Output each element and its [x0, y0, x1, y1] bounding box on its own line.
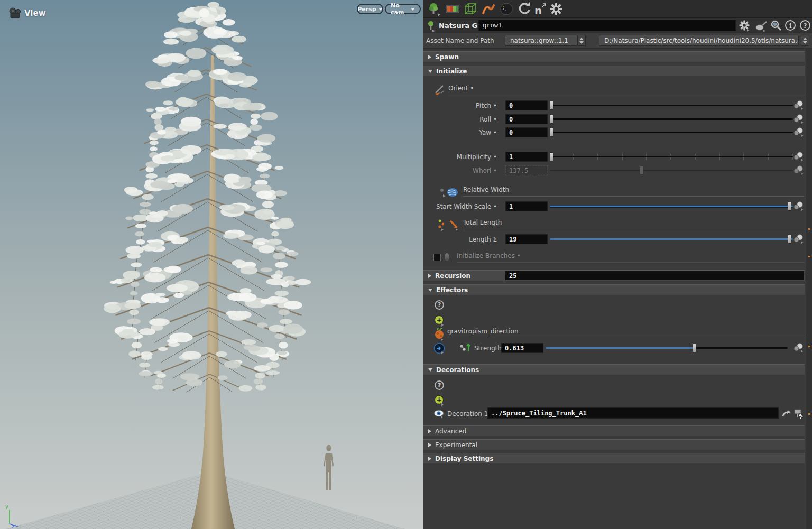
section-advanced[interactable]: Advanced [423, 425, 805, 436]
length-sigma-input[interactable]: 19 [505, 234, 548, 244]
strength-input[interactable]: 0.613 [501, 343, 543, 353]
roll-input[interactable]: 0 [505, 114, 548, 124]
param-pitch: Pitch • 0 [423, 100, 805, 111]
pitch-slider[interactable] [550, 105, 793, 106]
cube-icon[interactable] [463, 2, 478, 16]
initialize-branches-checkbox[interactable] [433, 254, 441, 261]
gear-icon[interactable] [549, 2, 564, 16]
effector-header[interactable]: gravitropism_direction [447, 328, 804, 338]
camera-icon[interactable] [8, 7, 22, 19]
ladder-icon[interactable] [793, 126, 805, 138]
search-icon[interactable] [770, 20, 782, 32]
viewport-title: View [24, 8, 46, 18]
slider-handle[interactable] [550, 101, 553, 110]
gravitropism-icon [433, 328, 446, 341]
ladder-icon[interactable] [793, 99, 805, 111]
scoop-icon[interactable] [755, 20, 768, 32]
ramp-icon[interactable] [445, 2, 460, 16]
gear-menu-icon[interactable] [738, 20, 751, 32]
node-type-icon[interactable] [426, 20, 438, 33]
section-recursion[interactable]: Recursion 25 [423, 270, 805, 281]
camera-select-button[interactable]: No cam [385, 4, 421, 14]
roll-slider[interactable] [550, 118, 793, 120]
total-length-header[interactable]: Total Length [463, 219, 804, 229]
spin-up-icon [579, 38, 584, 40]
slider-handle[interactable] [788, 235, 791, 244]
help-icon[interactable]: ? [799, 20, 812, 32]
length-sigma-label: Length Σ [423, 236, 497, 243]
orient-header[interactable]: Orient • [448, 85, 804, 95]
recook-icon[interactable] [517, 2, 532, 16]
section-advanced-label: Advanced [435, 428, 466, 435]
decorations-help-icon[interactable]: ? [435, 380, 444, 390]
node-name-input[interactable]: grow1 [478, 20, 736, 31]
direction-icon[interactable] [433, 342, 447, 355]
section-experimental[interactable]: Experimental [423, 439, 805, 450]
yaw-input[interactable]: 0 [505, 127, 548, 137]
slider-handle[interactable] [550, 152, 553, 161]
ladder-icon[interactable] [793, 151, 805, 162]
multiplicity-input[interactable]: 1 [505, 152, 548, 162]
persp-view-button[interactable]: Persp [357, 4, 383, 14]
asset-definition-spinner[interactable] [577, 35, 586, 46]
visibility-eye-icon[interactable] [433, 409, 447, 420]
length-sigma-slider[interactable] [550, 238, 793, 240]
svg-text:n: n [534, 4, 542, 16]
viewport-scene: y z [0, 0, 423, 529]
param-start-width-scale: Start Width Scale • 1 [423, 201, 805, 212]
section-spawn[interactable]: Spawn [423, 51, 805, 62]
multiplicity-slider[interactable] [550, 156, 793, 157]
ladder-icon[interactable] [793, 342, 805, 354]
collapsed-arrow-icon [428, 274, 431, 278]
section-initialize[interactable]: Initialize [423, 66, 805, 76]
slider-handle[interactable] [788, 202, 791, 211]
ladder-icon[interactable] [793, 233, 805, 245]
ladder-icon[interactable] [793, 113, 805, 125]
axis-z-label: z [12, 524, 14, 529]
pitch-input[interactable]: 0 [505, 100, 548, 110]
section-recursion-label: Recursion [435, 272, 470, 280]
viewport[interactable]: y z View Persp No cam [0, 0, 423, 529]
node-picker-icon[interactable] [793, 408, 805, 420]
section-effectors[interactable]: Effectors [423, 284, 805, 295]
asset-definition-dropdown[interactable]: natsura::grow::1.1 [505, 35, 577, 46]
section-display-settings[interactable]: Display Settings [423, 453, 805, 463]
start-width-scale-input[interactable]: 1 [505, 201, 548, 211]
tree-icon[interactable] [427, 2, 442, 16]
slider-handle[interactable] [693, 344, 696, 352]
info-icon[interactable]: i [785, 20, 797, 32]
param-multiplicity: Multiplicity • 1 [423, 152, 805, 162]
slider-handle[interactable] [550, 115, 553, 124]
curve-icon[interactable] [481, 2, 496, 16]
strength-slider[interactable] [546, 347, 788, 349]
sphere-icon[interactable] [499, 2, 514, 16]
orient-icon [433, 83, 446, 95]
collapsed-arrow-icon [428, 443, 431, 447]
section-initialize-label: Initialize [436, 68, 467, 75]
ladder-icon[interactable] [793, 200, 805, 212]
spin-down-icon [803, 41, 807, 44]
slider-handle[interactable] [550, 128, 553, 137]
roll-label: Roll • [423, 116, 497, 123]
collapsed-arrow-icon [428, 429, 431, 433]
initialize-branches-toggle[interactable] [445, 253, 449, 262]
asset-path-field[interactable]: D:/Natsura/Plastic/src/tools/houdini/hou… [599, 35, 799, 46]
start-width-scale-slider[interactable] [550, 206, 793, 207]
ladder-icon[interactable] [793, 164, 805, 176]
chevron-down-icon [379, 8, 383, 11]
collapsed-arrow-icon [428, 55, 431, 59]
svg-text:i: i [789, 22, 792, 30]
section-decorations[interactable]: Decorations [423, 364, 805, 375]
panel-scrollbar[interactable] [806, 49, 812, 529]
asset-path-spinner[interactable] [801, 35, 809, 46]
relative-width-header[interactable]: Relative Width [463, 186, 804, 197]
yaw-slider[interactable] [550, 132, 793, 133]
effectors-help-icon[interactable]: ? [435, 300, 444, 310]
recursion-input[interactable]: 25 [505, 271, 804, 280]
relative-width-icon [439, 186, 460, 200]
node-icon[interactable]: n [533, 2, 548, 16]
param-whorl: Whorl • 137.5 [423, 165, 805, 176]
reselect-arrow-icon[interactable] [781, 409, 792, 419]
initialize-branches-header[interactable]: Initialize Branches • [457, 252, 804, 263]
decoration-1-input[interactable]: ../Spruce_Tiling_Trunk_A1 [487, 407, 779, 419]
